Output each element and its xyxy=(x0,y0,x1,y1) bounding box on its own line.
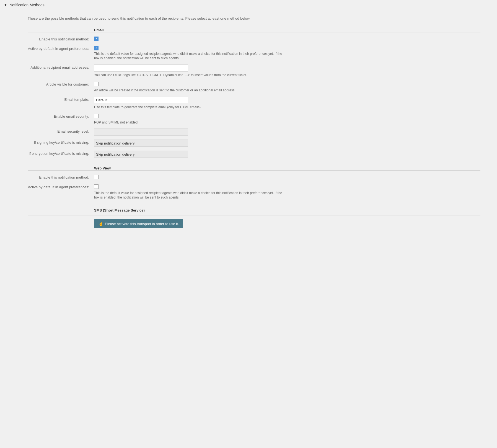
email-additional-input[interactable] xyxy=(94,65,188,72)
email-encryption-missing-select[interactable]: Skip notification delivery xyxy=(94,151,188,158)
description-text: These are the possible methods that can … xyxy=(28,16,293,21)
email-template-content: Default Use this template to generate th… xyxy=(94,97,288,110)
email-enable-content xyxy=(94,36,288,41)
collapse-arrow-icon: ▼ xyxy=(4,3,7,7)
webview-active-default-hint: This is the default value for assigned r… xyxy=(94,191,288,200)
sms-activate-row: ☝ Please activate this transport in orde… xyxy=(28,219,480,228)
email-security-enable-row: Enable email security: PGP and SMIME not… xyxy=(28,114,480,125)
webview-enable-row: Enable this notification method: xyxy=(28,174,480,180)
email-security-enable-content: PGP and SMIME not enabled. xyxy=(94,114,288,125)
sms-method-block: SMS (Short Message Service) ☝ Please act… xyxy=(28,208,480,228)
email-encryption-missing-content: Skip notification delivery xyxy=(94,151,288,158)
webview-active-default-label: Active by default in agent preferences: xyxy=(28,184,94,190)
email-enable-checkbox[interactable] xyxy=(94,37,99,41)
content-area: These are the possible methods that can … xyxy=(0,10,497,242)
email-signing-missing-select[interactable]: Skip notification delivery xyxy=(94,140,188,147)
email-additional-row: Additional recipient email addresses: Yo… xyxy=(28,65,480,78)
webview-active-default-row: Active by default in agent preferences: … xyxy=(28,184,480,200)
webview-active-default-checkbox[interactable] xyxy=(94,184,99,189)
section-header[interactable]: ▼ Notification Methods xyxy=(0,0,497,10)
email-encryption-missing-row: If encryption key/certificate is missing… xyxy=(28,151,480,158)
webview-enable-content xyxy=(94,174,288,180)
email-active-default-hint: This is the default value for assigned r… xyxy=(94,52,288,61)
sms-activate-button[interactable]: ☝ Please activate this transport in orde… xyxy=(94,219,183,228)
sms-section-title: SMS (Short Message Service) xyxy=(28,208,480,212)
email-security-enable-checkbox[interactable] xyxy=(94,114,99,118)
email-security-enable-label: Enable email security: xyxy=(28,114,94,119)
email-active-default-label: Active by default in agent preferences: xyxy=(28,46,94,51)
webview-method-block: Web View Enable this notification method… xyxy=(28,166,480,200)
email-section-title: Email xyxy=(28,28,480,32)
sms-activate-label-text: Please activate this transport in order … xyxy=(105,222,179,226)
email-article-visible-hint: An article will be created if the notifi… xyxy=(94,88,288,93)
email-signing-missing-label: If signing key/certificate is missing: xyxy=(28,140,94,145)
email-template-label: Email template: xyxy=(28,97,94,102)
email-signing-missing-content: Skip notification delivery xyxy=(94,140,288,147)
email-encryption-missing-label: If encryption key/certificate is missing… xyxy=(28,151,94,156)
email-template-row: Email template: Default Use this templat… xyxy=(28,97,480,110)
sms-activate-label xyxy=(28,219,94,220)
email-article-visible-row: Article visible for customer: An article… xyxy=(28,81,480,93)
email-signing-missing-row: If signing key/certificate is missing: S… xyxy=(28,140,480,147)
section-title: Notification Methods xyxy=(9,3,45,7)
email-additional-label: Additional recipient email addresses: xyxy=(28,65,94,70)
email-security-hint: PGP and SMIME not enabled. xyxy=(94,120,288,125)
webview-enable-label: Enable this notification method: xyxy=(28,174,94,180)
page-wrapper: ▼ Notification Methods These are the pos… xyxy=(0,0,497,448)
email-additional-hint: You can use OTRS-tags like <OTRS_TICKET_… xyxy=(94,73,288,78)
email-separator xyxy=(28,32,480,32)
webview-section-title: Web View xyxy=(28,166,480,170)
email-active-default-content: This is the default value for assigned r… xyxy=(94,46,288,61)
activate-transport-icon: ☝ xyxy=(99,222,103,226)
email-article-visible-content: An article will be created if the notifi… xyxy=(94,81,288,93)
email-template-hint: Use this template to generate the comple… xyxy=(94,105,288,110)
webview-separator xyxy=(28,170,480,171)
email-enable-label: Enable this notification method: xyxy=(28,36,94,42)
email-article-visible-label: Article visible for customer: xyxy=(28,81,94,87)
email-active-default-row: Active by default in agent preferences: … xyxy=(28,46,480,61)
email-security-level-label: Email security level: xyxy=(28,128,94,134)
email-security-level-select[interactable] xyxy=(94,128,188,136)
email-active-default-checkbox[interactable] xyxy=(94,46,99,50)
webview-enable-checkbox[interactable] xyxy=(94,175,99,179)
email-security-level-row: Email security level: xyxy=(28,128,480,136)
sms-activate-content: ☝ Please activate this transport in orde… xyxy=(94,219,288,228)
webview-active-default-content: This is the default value for assigned r… xyxy=(94,184,288,200)
email-template-select[interactable]: Default xyxy=(94,97,188,104)
email-method-block: Email Enable this notification method: A… xyxy=(28,28,480,158)
email-article-visible-checkbox[interactable] xyxy=(94,82,99,86)
email-additional-content: You can use OTRS-tags like <OTRS_TICKET_… xyxy=(94,65,288,78)
email-enable-row: Enable this notification method: xyxy=(28,36,480,42)
sms-separator xyxy=(28,215,480,215)
email-security-level-content xyxy=(94,128,288,136)
